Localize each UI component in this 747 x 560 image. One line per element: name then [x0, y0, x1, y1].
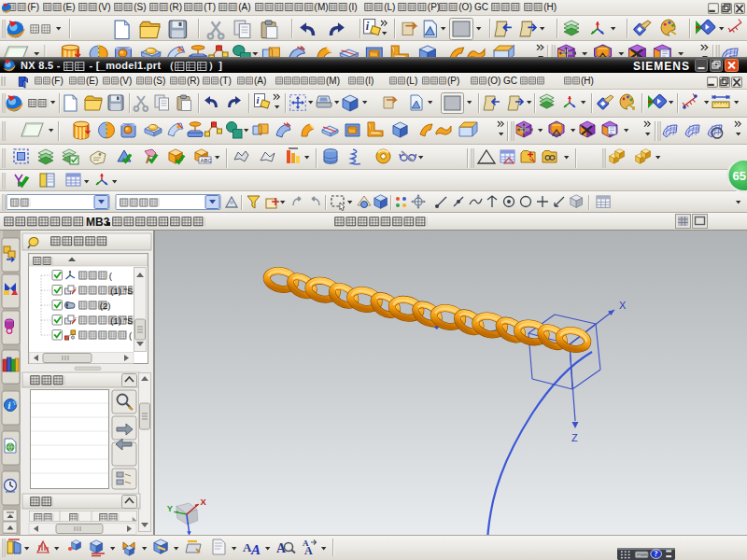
svg-text:Y: Y	[167, 504, 174, 513]
svg-text:X: X	[619, 300, 627, 311]
svg-text:A: A	[304, 544, 313, 557]
svg-text:Z: Z	[571, 432, 578, 443]
svg-text:MB3: MB3	[86, 216, 110, 229]
svg-text:A: A	[250, 542, 261, 557]
svg-text:i: i	[8, 400, 11, 411]
svg-text:X: X	[200, 497, 206, 507]
svg-text:PWR: PWR	[637, 553, 648, 558]
svg-text:?: ?	[654, 551, 657, 558]
svg-text:(2): (2)	[100, 301, 111, 311]
svg-text:65: 65	[733, 169, 746, 183]
svg-text:ABC: ABC	[201, 158, 213, 163]
